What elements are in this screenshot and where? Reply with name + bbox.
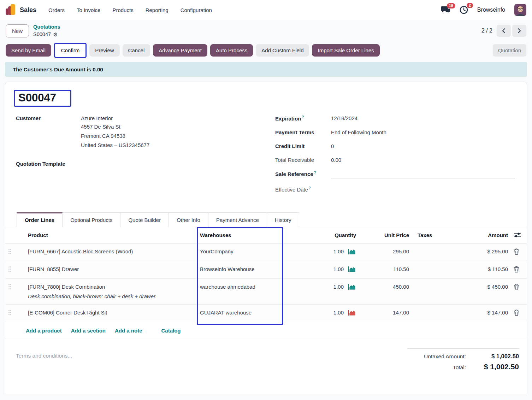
untaxed-amount-value: $ 1,002.50	[466, 353, 519, 360]
tab-history[interactable]: History	[267, 212, 300, 227]
add-custom-field-button[interactable]: Add Custom Field	[256, 44, 309, 57]
messages-button[interactable]: 18	[441, 6, 450, 14]
confirm-button[interactable]: Confirm	[55, 44, 85, 57]
untaxed-amount-label: Untaxed Amount:	[424, 353, 466, 360]
tab-order-lines[interactable]: Order Lines	[17, 212, 63, 227]
column-unit-price[interactable]: Unit Price	[359, 227, 412, 243]
forecast-chart-icon[interactable]	[348, 248, 356, 255]
add-a-note-link[interactable]: Add a note	[115, 328, 142, 334]
quotation-template-label: Quotation Template	[16, 161, 81, 167]
auto-process-button[interactable]: Auto Process	[210, 44, 253, 57]
warehouse-cell[interactable]: Browseinfo Warehouse	[197, 261, 283, 278]
column-taxes[interactable]: Taxes	[412, 227, 454, 243]
breadcrumb-current: S00047	[33, 31, 51, 38]
customer-address: 4557 De Silva St Fremont CA 94538 United…	[81, 122, 149, 150]
breadcrumb-quotations[interactable]: Quotations	[33, 23, 60, 31]
tab-optional-products[interactable]: Optional Products	[63, 212, 120, 227]
pager-next-button[interactable]	[512, 25, 526, 37]
expiration-field[interactable]: 12/18/2024	[331, 115, 357, 122]
product-cell[interactable]: [FURN_7800] Desk Combination	[28, 284, 194, 290]
customer-name[interactable]: Azure Interior	[81, 115, 149, 121]
menu-to-invoice[interactable]: To Invoice	[77, 7, 101, 13]
unit-price-cell[interactable]: 295.00	[359, 243, 412, 261]
import-sale-order-lines-button[interactable]: Import Sale Order Lines	[312, 44, 379, 57]
delete-line-button[interactable]	[514, 248, 519, 255]
taxes-cell[interactable]	[412, 278, 454, 304]
gear-icon[interactable]: ⚙	[53, 31, 58, 39]
add-a-section-link[interactable]: Add a section	[71, 328, 106, 334]
unit-price-cell[interactable]: 450.00	[359, 278, 412, 304]
product-cell[interactable]: [FURN_6667] Acoustic Bloc Screens (Wood)	[25, 243, 197, 261]
help-icon: ?	[302, 115, 304, 119]
taxes-cell[interactable]	[412, 304, 454, 322]
column-quantity[interactable]: Quantity	[283, 227, 359, 243]
tab-other-info[interactable]: Other Info	[169, 212, 208, 227]
delete-line-button[interactable]	[514, 310, 519, 316]
product-cell[interactable]: [FURN_8855] Drawer	[25, 261, 197, 278]
quotation-form-sheet: S00047 Customer Azure Interior 4557 De S…	[5, 82, 527, 394]
total-receivable-label: Total Receivable	[275, 157, 331, 163]
product-cell[interactable]: [E-COM06] Corner Desk Right Sit	[25, 304, 197, 322]
warehouse-cell[interactable]: GUJARAT warehouse	[197, 304, 283, 322]
optional-columns-icon[interactable]	[514, 232, 526, 238]
unit-price-cell[interactable]: 147.00	[359, 304, 412, 322]
catalog-link[interactable]: Catalog	[161, 328, 181, 334]
sale-reference-field[interactable]	[331, 171, 515, 178]
forecast-chart-icon[interactable]	[348, 266, 356, 272]
taxes-cell[interactable]	[412, 243, 454, 261]
column-warehouses[interactable]: Warehouses	[197, 227, 283, 243]
delete-line-button[interactable]	[514, 266, 519, 272]
table-header-row: Product Warehouses Quantity Unit Price T…	[5, 227, 527, 243]
effective-date-label: Effective Date?	[275, 186, 331, 193]
menu-configuration[interactable]: Configuration	[181, 7, 212, 13]
send-by-email-button[interactable]: Send by Email	[6, 44, 51, 57]
forecast-chart-icon-warning[interactable]	[348, 310, 356, 316]
cancel-button[interactable]: Cancel	[123, 44, 150, 57]
preview-button[interactable]: Preview	[89, 44, 119, 57]
pager-count: 2 / 2	[481, 28, 492, 34]
breadcrumb: Quotations S00047 ⚙	[33, 23, 60, 39]
terms-and-conditions-input[interactable]: Terms and conditions...	[16, 353, 72, 374]
user-name[interactable]: Browseinfo	[477, 7, 505, 13]
taxes-cell[interactable]	[412, 261, 454, 278]
expiration-label: Expiration?	[275, 115, 331, 122]
stage-quotation[interactable]: Quotation	[493, 44, 526, 57]
warehouse-cell[interactable]: warehouse ahmedabad	[197, 278, 283, 304]
menu-reporting[interactable]: Reporting	[146, 7, 169, 13]
pager-previous-button[interactable]	[497, 25, 511, 37]
menu-orders[interactable]: Orders	[48, 7, 65, 13]
amount-cell: $ 450.00	[454, 278, 511, 304]
app-name[interactable]: Sales	[20, 6, 36, 14]
quantity-cell[interactable]: 1.00	[333, 266, 344, 272]
warehouse-cell[interactable]: YourCompany	[197, 243, 283, 261]
help-icon: ?	[314, 171, 316, 175]
payment-terms-field[interactable]: End of Following Month	[331, 129, 386, 135]
table-row: [FURN_6667] Acoustic Bloc Screens (Wood)…	[5, 243, 527, 261]
quantity-cell[interactable]: 1.00	[333, 248, 344, 254]
drag-handle-icon[interactable]	[5, 278, 25, 304]
column-product[interactable]: Product	[25, 227, 197, 243]
column-amount[interactable]: Amount	[454, 227, 511, 243]
drag-handle-icon[interactable]	[5, 243, 25, 261]
new-button[interactable]: New	[6, 24, 29, 37]
delete-line-button[interactable]	[514, 284, 519, 290]
add-a-product-link[interactable]: Add a product	[26, 328, 62, 334]
tab-payment-advance[interactable]: Payment Advance	[208, 212, 267, 227]
quantity-cell[interactable]: 1.00	[333, 284, 344, 290]
menu-products[interactable]: Products	[112, 7, 133, 13]
drag-handle-icon[interactable]	[5, 304, 25, 322]
unit-price-cell[interactable]: 110.50	[359, 261, 412, 278]
credit-limit-label: Credit Limit	[275, 143, 331, 149]
forecast-chart-icon[interactable]	[348, 284, 356, 290]
quantity-cell[interactable]: 1.00	[333, 310, 344, 316]
table-row: [E-COM06] Corner Desk Right Sit GUJARAT …	[5, 304, 527, 322]
drag-handle-icon[interactable]	[5, 261, 25, 278]
table-row: [FURN_7800] Desk Combination Desk combin…	[5, 278, 527, 304]
credit-limit-field[interactable]: 0	[331, 143, 334, 149]
advance-payment-button[interactable]: Advance Payment	[153, 44, 207, 57]
avatar[interactable]	[514, 4, 526, 16]
tab-quote-builder[interactable]: Quote Builder	[120, 212, 169, 227]
totals-block: Untaxed Amount: $ 1,002.50 Total: $ 1,00…	[407, 348, 519, 374]
sales-app-icon[interactable]	[6, 4, 16, 16]
activities-button[interactable]: 2	[460, 6, 468, 14]
